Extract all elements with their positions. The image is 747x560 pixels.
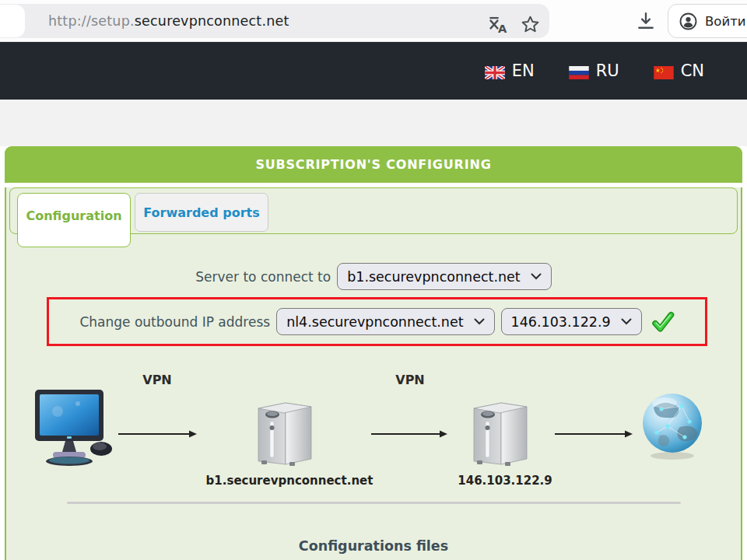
vpn-label-2: VPN [387,373,433,387]
server-select-value: b1.securevpnconnect.net [347,269,521,285]
server-row-label: Server to connect to [195,269,331,285]
internet-globe-icon [638,390,708,465]
vpn-server-1-icon [249,393,321,471]
login-label: Войти [705,14,745,29]
chevron-down-icon [621,318,632,325]
vpn-server-2-icon [465,393,536,471]
site-info-button[interactable] [0,5,25,37]
translate-icon[interactable]: A [487,14,508,35]
tab-strip: Configuration Forwarded ports [9,187,738,234]
outbound-ip-select[interactable]: 146.103.122.9 [501,308,642,335]
lang-item-en[interactable]: EN [485,61,535,80]
tab-configuration[interactable]: Configuration [17,193,131,247]
arrow-1 [118,427,198,442]
tab-forwarded-ports[interactable]: Forwarded ports [135,193,268,232]
server-1-caption: b1.securevpnconnect.net [196,474,383,488]
lang-code: CN [681,61,704,80]
outbound-ip-highlight-box: Change outbound IP address nl4.securevpn… [47,297,707,346]
arrow-2 [371,427,448,442]
outbound-server-value: nl4.securevpnconnect.net [286,314,463,330]
url-domain: securevpnconnect.net [135,13,289,29]
language-bar: EN RU CN [0,42,747,100]
login-button[interactable]: Войти [668,4,747,38]
download-icon[interactable] [635,10,657,32]
vpn-diagram: VPN [6,365,741,493]
lang-item-cn[interactable]: CN [654,61,704,80]
server-select[interactable]: b1.securevpnconnect.net [337,263,552,290]
arrow-3 [555,427,633,442]
russia-flag-icon [569,65,589,78]
config-panel: SUBSCRIPTION'S CONFIGURING Configuration… [5,146,742,560]
chevron-down-icon [531,273,542,280]
configurations-files-heading: Configurations files [6,538,741,554]
url-text[interactable]: http://setup.securevpnconnect.net [48,13,289,29]
outbound-ip-value: 146.103.122.9 [511,314,611,330]
china-flag-icon [654,65,674,78]
vpn-label-1: VPN [134,373,181,387]
svg-text:A: A [498,22,507,35]
server-row: Server to connect to b1.securevpnconnect… [6,263,741,290]
profile-icon [679,12,698,31]
lang-code: EN [512,61,535,80]
url-scheme: http://setup. [48,13,135,29]
server-2-caption: 146.103.122.9 [412,474,598,488]
client-computer-icon [31,388,115,474]
outbound-row-label: Change outbound IP address [79,314,270,330]
section-divider [67,502,681,504]
lang-item-ru[interactable]: RU [569,61,619,80]
bookmark-star-icon[interactable] [520,14,541,35]
address-bar[interactable]: http://setup.securevpnconnect.net A [0,4,549,38]
browser-toolbar: http://setup.securevpnconnect.net A [0,0,747,42]
panel-title: SUBSCRIPTION'S CONFIGURING [5,146,742,183]
panel-body: Configuration Forwarded ports Server to … [5,187,742,560]
success-check-icon [651,311,675,333]
uk-flag-icon [485,65,505,78]
outbound-server-select[interactable]: nl4.securevpnconnect.net [276,308,494,335]
lang-code: RU [596,61,619,80]
page-background [0,100,747,146]
chevron-down-icon [474,318,485,325]
